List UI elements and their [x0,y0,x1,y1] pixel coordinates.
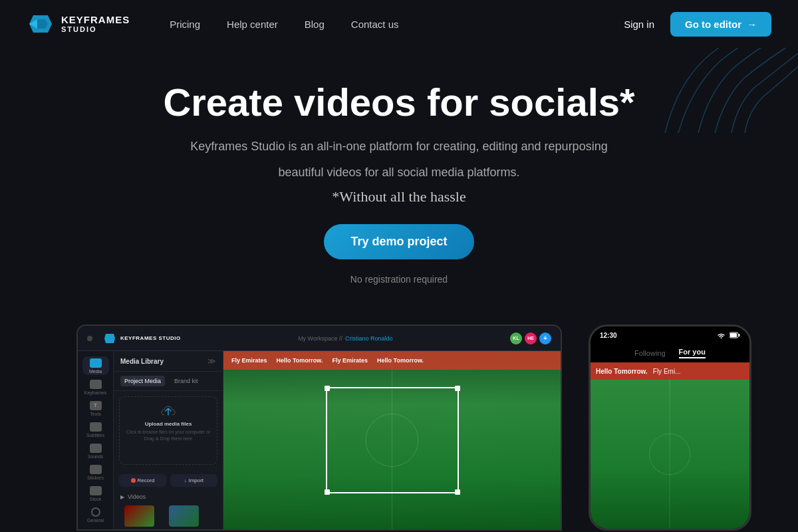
sidebar-texts[interactable]: T Texts [82,399,109,418]
media-library-title: Media Library [120,358,164,365]
media-icon [90,358,102,368]
media-actions: Record ↓ Import [114,470,223,491]
media-panel-close-icon[interactable]: ≫ [207,356,216,366]
phone-time: 12:30 [600,332,617,339]
selection-handle-bl[interactable] [325,489,330,495]
laptop-avatars: KL HE + [510,332,551,344]
svg-rect-7 [739,334,740,336]
upload-title: Upload media files [125,421,211,427]
sign-in-button[interactable]: Sign in [624,19,654,30]
phone-tab-following[interactable]: Following [634,349,665,357]
no-registration-label: No registration required [350,274,448,285]
nav-links: Pricing Help center Blog Contact us [170,19,624,30]
upload-desc: Click to browse files on your computer o… [125,429,211,442]
import-button[interactable]: ↓ Import [170,474,217,487]
svg-marker-3 [104,334,115,343]
tab-brand-kit[interactable]: Brand kit [170,376,202,386]
subtitles-icon [90,422,102,432]
topbar-dot [87,336,92,341]
laptop-logo-text: KEYFRAMES STUDIO [120,335,181,341]
svg-rect-8 [730,333,737,337]
upload-area[interactable]: Upload media files Click to browse files… [119,396,217,465]
general-icon [91,507,100,517]
video-thumbnail-1[interactable] [124,505,154,527]
logo[interactable]: KEYFRAMES STUDIO [27,10,130,38]
hero-headline: Create videos for socials* [13,81,785,124]
record-icon [131,478,136,483]
sidebar-stock[interactable]: Stock [82,484,109,503]
hero-section: Create videos for socials* Keyframes Stu… [0,48,798,305]
nav-link-blog[interactable]: Blog [305,19,325,30]
laptop-logo: KEYFRAMES STUDIO [103,332,181,345]
sidebar-subtitles[interactable]: Subtitles [82,420,109,439]
media-panel-header: Media Library ≫ [114,351,223,372]
sidebar-sounds[interactable]: Sounds [82,442,109,460]
nav-link-pricing[interactable]: Pricing [170,19,200,30]
try-demo-button[interactable]: Try demo project [324,224,473,259]
videos-icon: ▶ [120,494,124,500]
phone-content: Hello Tomorrow. Fly Emi... [591,362,749,529]
hero-subtext-1: Keyframes Studio is an all-in-one platfo… [166,137,632,156]
app-preview-section: KEYFRAMES STUDIO My Workspace // Cristia… [0,318,798,531]
avatar-1: KL [510,332,522,344]
go-to-editor-button[interactable]: Go to editor → [670,12,771,37]
media-panel: Media Library ≫ Project Media Brand kit … [114,351,223,529]
avatar-2: HE [525,332,537,344]
stickers-icon [90,465,102,474]
phone-mockup: 12:30 Following For you Hello [589,325,751,531]
hero-asterisk-note: *Without all the hassle [13,188,785,205]
laptop-body: Media Keyframes T Texts Subtitles Sounds [78,351,561,529]
wifi-icon [716,332,726,338]
navbar: KEYFRAMES STUDIO Pricing Help center Blo… [0,0,798,48]
sidebar-stickers[interactable]: Stickers [82,463,109,481]
video-thumbnail-2[interactable] [169,505,199,527]
phone-status-bar: 12:30 [591,327,749,344]
nav-link-contact[interactable]: Contact us [351,19,399,30]
sidebar-keyframes[interactable]: Keyframes [82,378,109,396]
media-panel-tabs: Project Media Brand kit [114,372,223,391]
tab-project-media[interactable]: Project Media [120,376,165,386]
videos-section-header: ▶ Videos [114,491,223,503]
phone-tabs-bar: Following For you [591,344,749,362]
hero-subtext-2: beautiful videos for all social media pl… [166,163,632,182]
avatar-add[interactable]: + [539,332,551,344]
logo-text: KEYFRAMES STUDIO [61,15,130,34]
canvas-area: Fly Emirates Hello Tomorrow. Fly Emirate… [223,351,561,529]
sidebar-media[interactable]: Media [82,356,109,375]
app-sidebar: Media Keyframes T Texts Subtitles Sounds [78,351,114,529]
battery-icon [730,332,740,338]
selection-handle-br[interactable] [455,489,460,495]
stock-icon [90,486,102,495]
nav-link-help[interactable]: Help center [227,19,278,30]
laptop-topbar: KEYFRAMES STUDIO My Workspace // Cristia… [78,326,561,351]
laptop-workspace: My Workspace // Cristiano Ronaldo [186,335,505,342]
canvas-selection-box[interactable] [326,387,459,493]
laptop-mockup: KEYFRAMES STUDIO My Workspace // Cristia… [76,325,562,531]
selection-handle-tl[interactable] [325,386,330,391]
nav-right: Sign in Go to editor → [624,12,771,37]
import-icon: ↓ [184,478,187,483]
phone-status-icons [716,332,740,338]
phone-tab-for-you[interactable]: For you [679,348,706,358]
keyframes-icon [90,380,102,389]
texts-icon: T [90,401,102,410]
sidebar-general[interactable]: General [82,505,109,524]
record-button[interactable]: Record [119,474,166,487]
selection-handle-tr[interactable] [455,386,460,391]
logo-icon [27,10,55,38]
sounds-icon [90,444,102,453]
upload-icon [160,406,176,418]
